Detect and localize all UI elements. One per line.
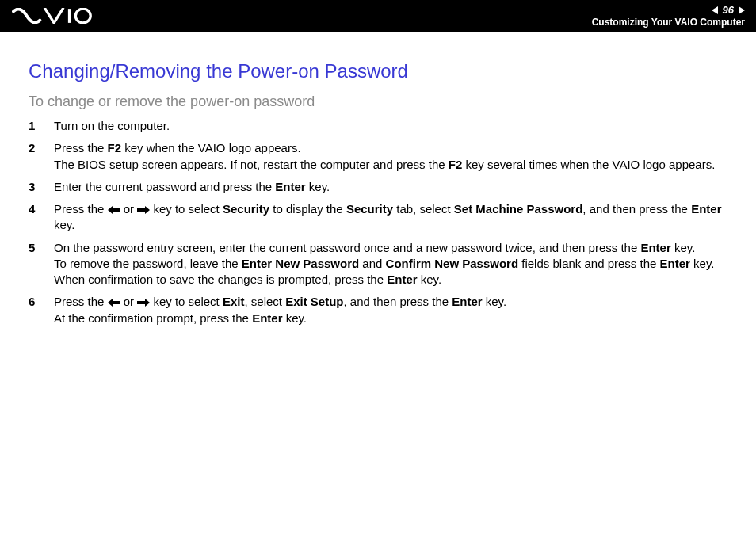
- bold-text: Exit: [223, 295, 245, 308]
- body-text: key.: [671, 241, 696, 254]
- body-text: key.: [306, 180, 330, 193]
- bold-text: Enter: [452, 295, 482, 308]
- body-text: fields blank and press the: [518, 257, 659, 270]
- step-item: Turn on the computer.: [29, 118, 727, 134]
- body-text: At the confirmation prompt, press the: [54, 311, 252, 325]
- arrow-right-icon: [137, 204, 150, 216]
- body-text: , and then press the: [582, 202, 691, 216]
- body-text: , and then press the: [344, 295, 452, 308]
- next-page-icon[interactable]: [739, 6, 745, 14]
- body-text: key to select: [150, 202, 223, 216]
- step-item: Press the F2 key when the VAIO logo appe…: [29, 140, 727, 173]
- bold-text: Enter New Password: [242, 257, 359, 270]
- arrow-right-icon: [137, 296, 150, 309]
- body-text: To remove the password, leave the: [54, 257, 242, 270]
- bold-text: F2: [108, 141, 122, 154]
- step-item: Enter the current password and press the…: [29, 179, 727, 195]
- bold-text: Enter: [660, 257, 690, 270]
- body-text: The BIOS setup screen appears. If not, r…: [54, 158, 449, 171]
- body-text: key.: [54, 218, 74, 231]
- body-text: and: [359, 257, 385, 270]
- bold-text: Exit Setup: [285, 295, 343, 308]
- bold-text: Confirm New Password: [386, 257, 519, 270]
- content-area: Changing/Removing the Power-on Password …: [0, 32, 756, 326]
- bold-text: Enter: [691, 202, 721, 216]
- page-nav: 96: [712, 4, 745, 16]
- prev-page-icon[interactable]: [712, 6, 718, 14]
- page-number: 96: [723, 4, 734, 16]
- body-text: or: [120, 202, 138, 216]
- bold-text: Enter: [252, 311, 282, 325]
- bold-text: Security: [223, 202, 269, 216]
- step-item: Press the or key to select Security to d…: [29, 201, 727, 234]
- header-bar: 96 Customizing Your VAIO Computer: [0, 0, 756, 32]
- body-text: to display the: [269, 202, 346, 216]
- body-text: Press the: [54, 295, 108, 308]
- body-text: On the password entry screen, enter the …: [54, 241, 640, 254]
- body-text: key.: [418, 273, 442, 286]
- arrow-left-icon: [108, 204, 120, 216]
- body-text: key several times when the VAIO logo app…: [462, 158, 715, 171]
- body-text: When confirmation to save the changes is…: [54, 273, 387, 286]
- vaio-logo-svg: [10, 8, 97, 24]
- body-text: key when the VAIO logo appears.: [121, 141, 301, 154]
- svg-point-1: [75, 9, 90, 23]
- step-item: Press the or key to select Exit, select …: [29, 294, 727, 326]
- bold-text: Enter: [640, 241, 670, 254]
- page-subtitle: To change or remove the power-on passwor…: [29, 93, 727, 110]
- body-text: key.: [690, 257, 715, 270]
- body-text: Press the: [54, 141, 108, 154]
- body-text: , select: [244, 295, 285, 308]
- bold-text: Enter: [387, 273, 417, 286]
- arrow-left-icon: [108, 296, 120, 309]
- bold-text: F2: [449, 158, 463, 171]
- steps-list: Turn on the computer.Press the F2 key wh…: [29, 118, 727, 326]
- body-text: Press the: [54, 202, 108, 216]
- svg-rect-0: [68, 9, 71, 23]
- body-text: Turn on the computer.: [54, 119, 170, 132]
- vaio-logo: [10, 0, 97, 32]
- step-item: On the password entry screen, enter the …: [29, 240, 727, 288]
- body-text: key.: [282, 311, 307, 325]
- bold-text: Set Machine Password: [454, 202, 583, 216]
- bold-text: Enter: [275, 180, 305, 193]
- body-text: key.: [483, 295, 507, 308]
- body-text: tab, select: [393, 202, 454, 216]
- body-text: key to select: [150, 295, 223, 308]
- bold-text: Security: [346, 202, 393, 216]
- page-title: Changing/Removing the Power-on Password: [29, 60, 727, 82]
- header-section: Customizing Your VAIO Computer: [592, 17, 745, 28]
- header-right: 96 Customizing Your VAIO Computer: [592, 4, 745, 28]
- body-text: Enter the current password and press the: [54, 180, 275, 193]
- body-text: or: [120, 295, 138, 308]
